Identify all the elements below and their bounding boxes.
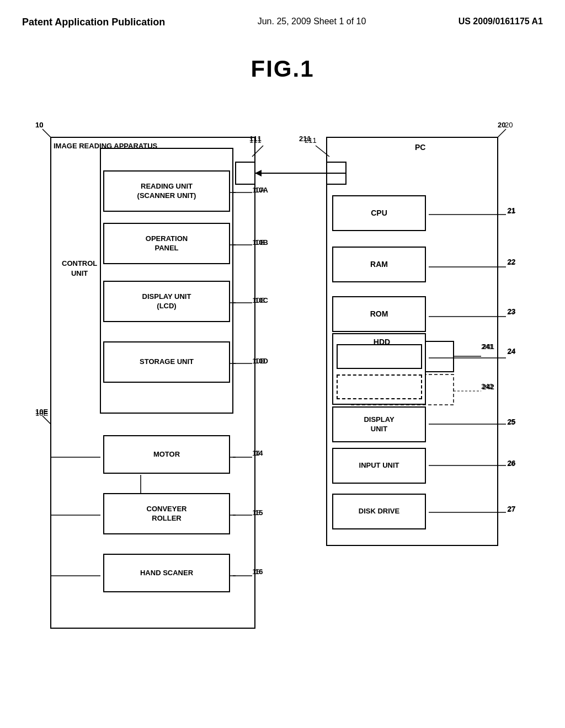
- label-242-text: 242: [481, 382, 493, 390]
- storage-unit-box: STORAGE UNIT: [103, 341, 230, 383]
- publication-label: Patent Application Publication: [22, 17, 165, 28]
- diagram-area: 10 111 211 20 IMAGE READING APPARATUS CO…: [34, 104, 531, 656]
- date-sheet-label: Jun. 25, 2009 Sheet 1 of 10: [258, 17, 366, 26]
- label-16-text: 16: [252, 568, 260, 576]
- label-10B-text: 10B: [252, 238, 265, 247]
- label-14-text: 14: [252, 449, 260, 457]
- disk-drive-box: DISK DRIVE: [332, 494, 426, 529]
- svg-line-46: [252, 146, 263, 157]
- control-unit-label: CONTROLUNIT: [62, 259, 97, 279]
- label-25-text: 25: [507, 418, 515, 426]
- label-241-text: 241: [481, 342, 493, 351]
- label-10D-text: 10D: [252, 357, 265, 365]
- label-22-text: 22: [507, 258, 515, 266]
- label-21-text: 21: [507, 207, 515, 215]
- svg-line-43: [42, 129, 51, 137]
- label-10E-text: 10E: [35, 409, 48, 417]
- svg-line-47: [316, 146, 329, 157]
- label-111-text: 111: [249, 136, 262, 144]
- label-27-text: 27: [507, 505, 515, 513]
- input-unit-box: INPUT UNIT: [332, 448, 426, 484]
- display-unit-pc-box: DISPLAYUNIT: [332, 406, 426, 442]
- rom-box: ROM: [332, 296, 426, 332]
- label-10C-text: 10C: [252, 296, 265, 304]
- page: Patent Application Publication Jun. 25, …: [0, 0, 565, 728]
- svg-rect-5: [236, 162, 255, 184]
- label-23-text: 23: [507, 308, 515, 316]
- ram-box: RAM: [332, 247, 426, 282]
- label-10A-text: 10A: [252, 186, 265, 194]
- patent-number-label: US 2009/0161175 A1: [459, 17, 543, 26]
- conveyer-roller-box: CONVEYERROLLER: [103, 493, 230, 534]
- figure-title: FIG.1: [22, 56, 543, 82]
- label-15-text: 15: [252, 508, 260, 517]
- label-24-text: 24: [507, 347, 515, 356]
- pc-label: PC: [415, 143, 425, 152]
- label-10-text: 10: [35, 121, 43, 129]
- label-20-text: 20: [505, 121, 513, 129]
- hdd-242-inner: [337, 374, 422, 399]
- apparatus-label: IMAGE READING APPARATUS: [54, 142, 157, 150]
- hand-scaner-box: HAND SCANER: [103, 554, 230, 592]
- operation-panel-box: OPERATIONPANEL: [103, 223, 230, 264]
- hdd-241-inner: [337, 344, 422, 369]
- display-unit-lcd-box: DISPLAY UNIT(LCD): [103, 281, 230, 322]
- svg-line-44: [498, 129, 506, 137]
- label-26-text: 26: [507, 459, 515, 468]
- reading-unit-box: READING UNIT(SCANNER UNIT): [103, 170, 230, 212]
- svg-marker-8: [255, 170, 262, 176]
- cpu-box: CPU: [332, 195, 426, 231]
- header: Patent Application Publication Jun. 25, …: [22, 11, 543, 39]
- label-211-text: 211: [305, 136, 317, 144]
- motor-box: MOTOR: [103, 435, 230, 474]
